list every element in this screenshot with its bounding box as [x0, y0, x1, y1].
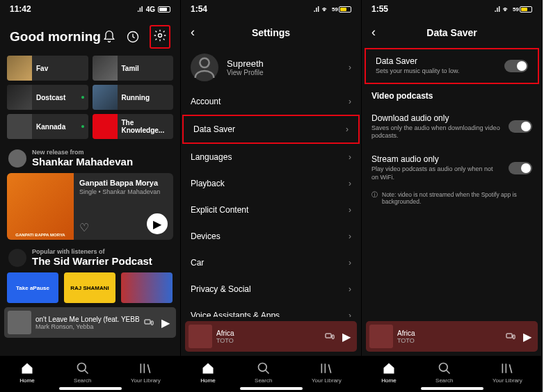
page-title: Data Saver: [426, 27, 477, 38]
new-release: New release fromShankar Mahadevan: [0, 139, 180, 168]
tile[interactable]: Fav: [7, 56, 88, 81]
settings-row-data-saver[interactable]: Data Saver›: [182, 115, 360, 144]
status-right: .ıl4G: [137, 6, 170, 13]
now-playing-bar[interactable]: on't Leave Me Lonely (feat. YEBBA)Mark R…: [4, 307, 176, 338]
tile[interactable]: Kannada: [7, 114, 88, 139]
devices-icon[interactable]: [324, 331, 335, 342]
play-icon[interactable]: ▶: [342, 330, 351, 343]
download-audio-row[interactable]: Download audio onlySaves only the audio …: [362, 106, 542, 147]
home-indicator: [240, 387, 303, 390]
status-time: 1:54: [191, 4, 207, 14]
feature-sub: Single • Shankar Mahadevan: [79, 188, 168, 195]
settings-row-languages[interactable]: Languages›: [181, 144, 361, 170]
nav-library[interactable]: Your Library: [131, 361, 161, 384]
greeting: Good morning: [10, 29, 101, 44]
np-artist: Mark Ronson, Yebba: [35, 323, 139, 330]
settings-row-devices[interactable]: Devices›: [181, 223, 361, 250]
settings-highlight: [150, 25, 170, 49]
svg-rect-2: [145, 320, 150, 324]
feature-title: Ganpati Bappa Morya: [79, 179, 168, 187]
phone-home: 11:42 .ıl4G Good morning Fav Tamil Dostc…: [0, 0, 181, 392]
home-indicator: [421, 387, 483, 390]
status-bar: 1:55 .ılᯤ59: [362, 0, 542, 18]
recent-tiles: Fav Tamil Dostcast Running Kannada The K…: [0, 56, 180, 139]
heart-icon[interactable]: ♡: [79, 221, 89, 234]
devices-icon[interactable]: [505, 331, 516, 342]
status-bar: 1:54 .ılᯤ59: [181, 0, 361, 18]
settings-row-explicit[interactable]: Explicit Content›: [181, 197, 361, 223]
album-art: GANPATI BAPPA MORYA: [7, 173, 74, 240]
svg-rect-7: [332, 335, 334, 338]
now-playing-bar[interactable]: AfricaTOTO ▶: [366, 321, 538, 352]
data-saver-header: ‹ Data Saver: [362, 18, 542, 47]
toggle-switch[interactable]: [504, 60, 528, 72]
back-icon[interactable]: ‹: [191, 25, 195, 40]
artist-avatar: [8, 149, 26, 168]
svg-point-5: [200, 58, 209, 67]
profile-row[interactable]: SupreethView Profile ›: [181, 47, 361, 88]
profile-sub: View Profile: [227, 69, 340, 76]
settings-row-privacy[interactable]: Privacy & Social›: [181, 276, 361, 302]
now-playing-bar[interactable]: AfricaTOTO ▶: [185, 321, 357, 352]
popular-section: Popular with listeners ofThe Sid Warrier…: [0, 240, 180, 267]
nav-home[interactable]: Home: [19, 361, 34, 384]
user-avatar: [191, 54, 218, 81]
phone-data-saver: 1:55 .ılᯤ59 ‹ Data Saver Data SaverSets …: [362, 0, 543, 392]
tile[interactable]: Running: [93, 85, 174, 110]
stream-audio-row[interactable]: Stream audio onlyPlay video podcasts as …: [362, 147, 542, 188]
card[interactable]: RAJ SHAMANI: [64, 272, 115, 303]
home-header: Good morning: [0, 18, 180, 56]
profile-name: Supreeth: [227, 58, 340, 69]
nav-search[interactable]: Search: [435, 361, 453, 384]
status-bar: 11:42 .ıl4G: [0, 0, 180, 18]
np-art: [8, 311, 31, 334]
card[interactable]: Take aPause: [7, 272, 58, 303]
tile[interactable]: Tamil: [93, 56, 174, 81]
phone-settings: 1:54 .ılᯤ59 ‹ Settings SupreethView Prof…: [181, 0, 362, 392]
info-icon: ⓘ: [371, 191, 378, 199]
data-saver-highlight: Data SaverSets your music quality to low…: [365, 48, 539, 84]
svg-rect-9: [506, 334, 512, 338]
svg-rect-10: [513, 335, 515, 338]
play-icon[interactable]: ▶: [523, 330, 531, 343]
nav-library[interactable]: Your Library: [493, 361, 522, 384]
toggle-switch[interactable]: [509, 162, 532, 174]
page-title: Settings: [252, 27, 290, 38]
settings-row-playback[interactable]: Playback›: [181, 170, 361, 197]
svg-point-11: [439, 364, 447, 372]
svg-rect-3: [151, 321, 153, 325]
gear-icon[interactable]: [153, 28, 167, 42]
svg-rect-6: [326, 334, 331, 338]
bell-icon[interactable]: [102, 30, 116, 44]
tile[interactable]: Dostcast: [7, 85, 88, 110]
np-title: on't Leave Me Lonely (feat. YEBBA): [35, 316, 139, 323]
cards-row: Take aPause RAJ SHAMANI: [0, 267, 180, 303]
devices-icon[interactable]: [143, 317, 154, 328]
settings-row-voice[interactable]: Voice Assistants & Apps›: [181, 302, 361, 317]
svg-point-8: [258, 364, 266, 372]
note-row: ⓘ Note: video is not streamed when the S…: [362, 188, 542, 208]
history-icon[interactable]: [126, 30, 140, 44]
back-icon[interactable]: ‹: [371, 25, 376, 40]
status-time: 11:42: [10, 4, 31, 14]
settings-row-account[interactable]: Account›: [181, 88, 361, 115]
section-header: Video podcasts: [362, 85, 542, 106]
nav-search[interactable]: Search: [74, 361, 91, 384]
tile[interactable]: The Knowledge...: [93, 114, 174, 139]
nav-search[interactable]: Search: [255, 361, 272, 384]
settings-header: ‹ Settings: [181, 18, 361, 47]
play-button[interactable]: ▶: [147, 213, 168, 234]
nav-home[interactable]: Home: [200, 361, 215, 384]
nav-home[interactable]: Home: [381, 361, 396, 384]
feature-card[interactable]: GANPATI BAPPA MORYA Ganpati Bappa Morya …: [7, 173, 173, 240]
data-saver-toggle-row[interactable]: Data SaverSets your music quality to low…: [366, 49, 538, 83]
status-time: 1:55: [371, 4, 388, 14]
chevron-right-icon: ›: [349, 63, 351, 72]
podcast-avatar: [8, 249, 26, 267]
play-icon[interactable]: ▶: [161, 316, 170, 329]
toggle-switch[interactable]: [509, 120, 532, 133]
home-indicator: [59, 387, 122, 390]
settings-row-car[interactable]: Car›: [181, 250, 361, 276]
nav-library[interactable]: Your Library: [312, 361, 342, 384]
card[interactable]: [121, 272, 173, 303]
